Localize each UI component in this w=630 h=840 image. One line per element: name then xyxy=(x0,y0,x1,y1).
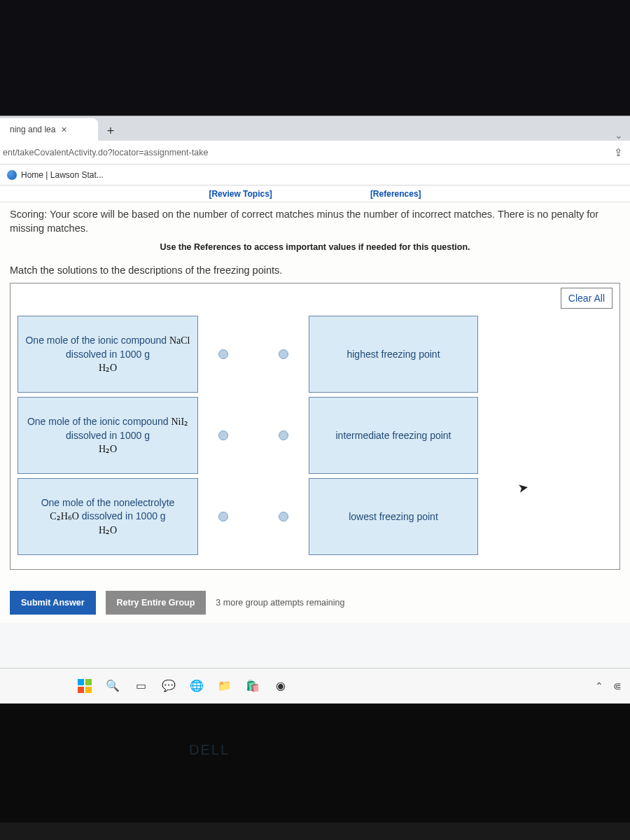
match-dock-left[interactable] xyxy=(216,478,230,555)
action-button-row: Submit Answer Retry Entire Group 3 more … xyxy=(10,591,620,615)
system-tray: ⌃ ⋐ xyxy=(595,680,622,692)
match-dock-right[interactable] xyxy=(276,316,290,393)
match-dock-left[interactable] xyxy=(216,316,230,393)
clear-all-button[interactable]: Clear All xyxy=(561,288,612,309)
tab-title: ning and lea xyxy=(10,125,55,134)
file-explorer-icon[interactable]: 📁 xyxy=(217,678,232,694)
match-row: One mole of the ionic compound NaCl diss… xyxy=(18,316,612,393)
close-icon[interactable]: × xyxy=(61,124,66,135)
url-text: ent/takeCovalentActivity.do?locator=assi… xyxy=(3,148,208,158)
references-note: Use the References to access important v… xyxy=(10,242,620,252)
globe-icon xyxy=(7,170,17,180)
chat-icon[interactable]: 💬 xyxy=(161,678,176,694)
description-card[interactable]: intermediate freezing point xyxy=(309,397,478,474)
description-card[interactable]: lowest freezing point xyxy=(309,478,478,555)
tab-strip: ning and lea × + ⌄ xyxy=(0,116,630,141)
match-instructions: Match the solutions to the descriptions … xyxy=(10,265,620,276)
windows-taskbar: 🔍 ▭ 💬 🌐 📁 🛍️ ◉ ⌃ ⋐ xyxy=(0,668,630,703)
match-dock-right[interactable] xyxy=(276,478,290,555)
new-tab-button[interactable]: + xyxy=(101,121,120,141)
wifi-icon[interactable]: ⋐ xyxy=(613,680,622,692)
search-icon[interactable]: 🔍 xyxy=(105,678,120,694)
address-bar[interactable]: ent/takeCovalentActivity.do?locator=assi… xyxy=(0,141,630,164)
share-icon[interactable]: ⇪ xyxy=(614,146,623,159)
solution-card[interactable]: One mole of the ionic compound NiI₂ diss… xyxy=(18,397,198,474)
scoring-text: Scoring: Your score will be based on the… xyxy=(10,208,620,235)
match-dock-right[interactable] xyxy=(276,397,290,474)
laptop-brand-label: DELL xyxy=(189,742,230,758)
start-icon[interactable] xyxy=(77,678,92,694)
chrome-icon[interactable]: ◉ xyxy=(273,678,288,694)
desktop-background-top xyxy=(0,0,630,115)
review-topics-link[interactable]: [Review Topics] xyxy=(209,189,272,199)
attempts-remaining-text: 3 more group attempts remaining xyxy=(216,598,344,608)
question-content: Scoring: Your score will be based on the… xyxy=(0,202,630,623)
browser-tab[interactable]: ning and lea × xyxy=(0,118,98,141)
bookmark-link[interactable]: Home | Lawson Stat... xyxy=(21,170,104,180)
match-dock-left[interactable] xyxy=(216,397,230,474)
chevron-up-icon[interactable]: ⌃ xyxy=(595,680,603,692)
laptop-bezel xyxy=(0,704,630,822)
edge-icon[interactable]: 🌐 xyxy=(189,678,204,694)
chevron-down-icon[interactable]: ⌄ xyxy=(615,130,623,141)
match-row: One mole of the ionic compound NiI₂ diss… xyxy=(18,397,612,474)
bookmarks-bar: Home | Lawson Stat... xyxy=(0,164,630,186)
matching-panel: Clear All One mole of the ionic compound… xyxy=(10,283,620,570)
browser-window: ning and lea × + ⌄ ent/takeCovalentActiv… xyxy=(0,115,630,704)
references-link[interactable]: [References] xyxy=(370,189,421,199)
store-icon[interactable]: 🛍️ xyxy=(245,678,260,694)
assignment-link-row: [Review Topics] [References] xyxy=(0,186,630,202)
solution-card[interactable]: One mole of the ionic compound NaCl diss… xyxy=(18,316,198,393)
submit-answer-button[interactable]: Submit Answer xyxy=(10,591,96,615)
solution-card[interactable]: One mole of the nonelectrolyte C₂H₆O dis… xyxy=(18,478,198,555)
description-card[interactable]: highest freezing point xyxy=(309,316,478,393)
retry-group-button[interactable]: Retry Entire Group xyxy=(106,591,206,615)
task-view-icon[interactable]: ▭ xyxy=(133,678,148,694)
